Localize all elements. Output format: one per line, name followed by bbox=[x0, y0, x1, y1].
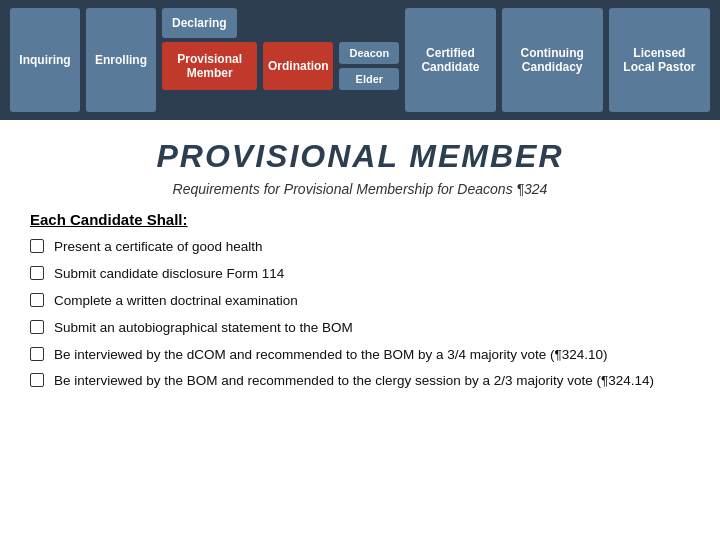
list-item: Submit an autobiographical statement to … bbox=[30, 319, 690, 338]
nav-item-provisional-member[interactable]: Provisional Member bbox=[162, 42, 257, 90]
requirement-text-5: Be interviewed by the dCOM and recommend… bbox=[54, 346, 690, 365]
checkbox-2[interactable] bbox=[30, 266, 44, 280]
nav-item-elder[interactable]: Elder bbox=[339, 68, 399, 90]
list-item: Complete a written doctrinal examination bbox=[30, 292, 690, 311]
nav-group-declaring: Declaring Provisional Member Ordination … bbox=[162, 8, 399, 112]
list-item: Submit candidate disclosure Form 114 bbox=[30, 265, 690, 284]
section-heading: Each Candidate Shall: bbox=[30, 211, 690, 228]
requirements-list: Present a certificate of good health Sub… bbox=[30, 238, 690, 391]
page-subtitle: Requirements for Provisional Membership … bbox=[30, 181, 690, 197]
navigation-bar: Inquiring Enrolling Declaring Provisiona… bbox=[0, 0, 720, 120]
nav-row-top: Declaring bbox=[162, 8, 399, 38]
requirement-text-4: Submit an autobiographical statement to … bbox=[54, 319, 690, 338]
list-item: Be interviewed by the BOM and recommende… bbox=[30, 372, 690, 391]
requirement-text-6: Be interviewed by the BOM and recommende… bbox=[54, 372, 690, 391]
list-item: Be interviewed by the dCOM and recommend… bbox=[30, 346, 690, 365]
checkbox-5[interactable] bbox=[30, 347, 44, 361]
list-item: Present a certificate of good health bbox=[30, 238, 690, 257]
nav-item-deacon[interactable]: Deacon bbox=[339, 42, 399, 64]
requirement-text-2: Submit candidate disclosure Form 114 bbox=[54, 265, 690, 284]
nav-sub-right: Deacon Elder bbox=[339, 42, 399, 90]
checkbox-4[interactable] bbox=[30, 320, 44, 334]
nav-item-inquiring[interactable]: Inquiring bbox=[10, 8, 80, 112]
nav-item-certified-candidate[interactable]: Certified Candidate bbox=[405, 8, 495, 112]
checkbox-3[interactable] bbox=[30, 293, 44, 307]
page-title: PROVISIONAL MEMBER bbox=[30, 138, 690, 175]
nav-row-sub: Provisional Member Ordination Deacon Eld… bbox=[162, 42, 399, 90]
checkbox-6[interactable] bbox=[30, 373, 44, 387]
nav-item-continuing-candidacy[interactable]: Continuing Candidacy bbox=[502, 8, 603, 112]
main-content: PROVISIONAL MEMBER Requirements for Prov… bbox=[0, 120, 720, 409]
nav-item-declaring[interactable]: Declaring bbox=[162, 8, 237, 38]
nav-item-licensed-local-pastor[interactable]: Licensed Local Pastor bbox=[609, 8, 710, 112]
nav-item-ordination[interactable]: Ordination bbox=[263, 42, 333, 90]
requirement-text-3: Complete a written doctrinal examination bbox=[54, 292, 690, 311]
requirement-text-1: Present a certificate of good health bbox=[54, 238, 690, 257]
checkbox-1[interactable] bbox=[30, 239, 44, 253]
nav-item-enrolling[interactable]: Enrolling bbox=[86, 8, 156, 112]
